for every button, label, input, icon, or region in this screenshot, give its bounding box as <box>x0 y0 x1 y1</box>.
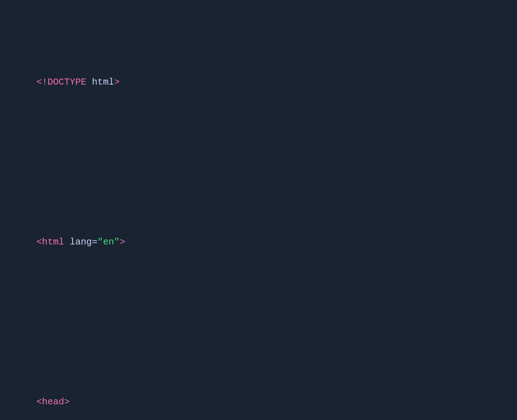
doctype-close: > <box>114 77 120 87</box>
html-tag-open: <html <box>36 237 64 247</box>
doctype-line: <!DOCTYPE html> <box>14 58 503 107</box>
doctype-value: html <box>86 77 114 87</box>
html-tag-close: > <box>119 237 125 247</box>
html-open-line: <html lang="en"> <box>14 217 503 266</box>
head-open-line: <head> <box>14 377 503 420</box>
head-open-tag: <head> <box>36 397 70 407</box>
html-attr-name: lang <box>64 237 92 247</box>
doctype-tag: <!DOCTYPE <box>36 77 86 87</box>
blank-line-2 <box>14 313 503 330</box>
html-attr-eq: = <box>92 237 97 247</box>
html-attr-val: "en" <box>97 237 119 247</box>
code-editor: <!DOCTYPE html> <html lang="en"> <head> … <box>14 11 503 420</box>
blank-line-1 <box>14 154 503 171</box>
